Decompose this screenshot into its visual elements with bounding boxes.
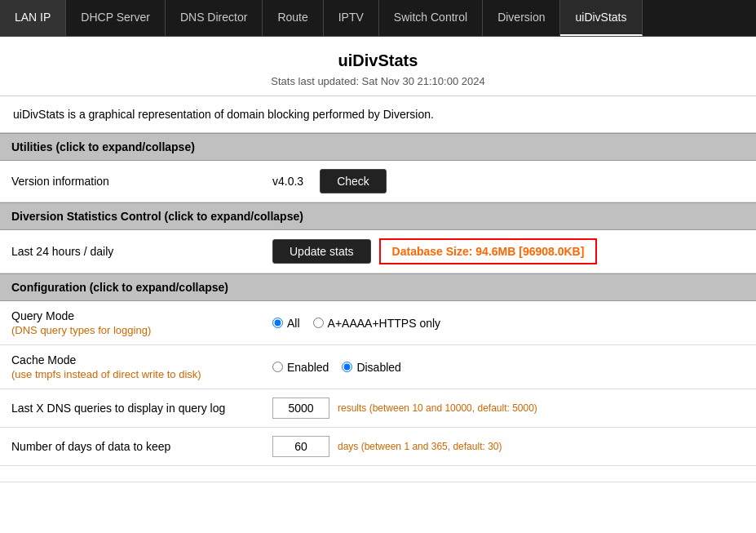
days-to-keep-controls: days (between 1 and 365, default: 30)	[272, 436, 745, 457]
utilities-section-header[interactable]: Utilities (click to expand/collapse)	[0, 133, 756, 161]
statistics-controls: Update stats Database Size: 94.6MB [9690…	[272, 238, 745, 264]
tab-iptv[interactable]: IPTV	[324, 0, 379, 36]
query-mode-all-label: All	[287, 317, 300, 330]
tab-dhcp-server[interactable]: DHCP Server	[66, 0, 166, 36]
cache-mode-label: Cache Mode (use tmpfs instead of direct …	[11, 353, 272, 380]
query-mode-all-radio[interactable]	[272, 318, 283, 328]
stats-updated-text: Stats last updated: Sat Nov 30 21:10:00 …	[16, 75, 740, 87]
cache-mode-disabled-option[interactable]: Disabled	[342, 361, 400, 374]
tab-lan-ip[interactable]: LAN IP	[0, 0, 66, 36]
query-mode-row: Query Mode (DNS query types for logging)…	[0, 301, 756, 345]
database-size-badge: Database Size: 94.6MB [96908.0KB]	[379, 238, 598, 264]
cache-mode-controls: Enabled Disabled	[272, 361, 745, 374]
cache-mode-disabled-label: Disabled	[356, 361, 400, 374]
days-to-keep-input[interactable]	[272, 436, 329, 457]
days-to-keep-hint: days (between 1 and 365, default: 30)	[338, 441, 502, 452]
query-mode-https-radio[interactable]	[313, 318, 324, 328]
version-controls: v4.0.3 Check	[272, 169, 745, 193]
days-to-keep-row: Number of days of data to keep days (bet…	[0, 428, 756, 466]
title-section: uiDivStats Stats last updated: Sat Nov 3…	[0, 37, 756, 96]
tab-dns-director[interactable]: DNS Director	[166, 0, 263, 36]
dns-queries-controls: results (between 10 and 10000, default: …	[272, 398, 745, 419]
description-text: uiDivStats is a graphical representation…	[0, 96, 756, 133]
query-mode-label: Query Mode (DNS query types for logging)	[11, 309, 272, 336]
statistics-row: Last 24 hours / daily Update stats Datab…	[0, 230, 756, 273]
query-mode-all-option[interactable]: All	[272, 317, 300, 330]
partial-bottom-row	[0, 466, 756, 482]
page-title: uiDivStats	[16, 51, 740, 70]
cache-mode-enabled-radio[interactable]	[272, 362, 283, 372]
update-stats-button[interactable]: Update stats	[272, 239, 371, 264]
statistics-section-header[interactable]: Diversion Statistics Control (click to e…	[0, 202, 756, 230]
dns-queries-input[interactable]	[272, 398, 329, 419]
check-button[interactable]: Check	[320, 169, 387, 193]
dns-queries-label: Last X DNS queries to display in query l…	[11, 402, 272, 415]
tab-diversion[interactable]: Diversion	[483, 0, 560, 36]
cache-mode-sublabel: (use tmpfs instead of direct write to di…	[11, 368, 272, 380]
query-mode-https-label: A+AAAA+HTTPS only	[328, 317, 441, 330]
days-to-keep-label: Number of days of data to keep	[11, 440, 272, 453]
main-content: uiDivStats Stats last updated: Sat Nov 3…	[0, 37, 756, 482]
navigation-tabs: LAN IP DHCP Server DNS Director Route IP…	[0, 0, 756, 37]
cache-mode-enabled-option[interactable]: Enabled	[272, 361, 329, 374]
version-label: Version information	[11, 175, 272, 188]
cache-mode-enabled-label: Enabled	[287, 361, 329, 374]
dns-queries-row: Last X DNS queries to display in query l…	[0, 389, 756, 428]
statistics-row-label: Last 24 hours / daily	[11, 245, 272, 258]
dns-queries-hint: results (between 10 and 10000, default: …	[338, 402, 537, 414]
query-mode-sublabel: (DNS query types for logging)	[11, 324, 272, 336]
cache-mode-row: Cache Mode (use tmpfs instead of direct …	[0, 345, 756, 389]
cache-mode-disabled-radio[interactable]	[342, 362, 352, 372]
query-mode-https-option[interactable]: A+AAAA+HTTPS only	[313, 317, 441, 330]
tab-route[interactable]: Route	[263, 0, 323, 36]
version-value: v4.0.3	[272, 175, 303, 188]
tab-uidivstats[interactable]: uiDivStats	[560, 0, 642, 36]
query-mode-controls: All A+AAAA+HTTPS only	[272, 317, 745, 330]
tab-switch-control[interactable]: Switch Control	[379, 0, 483, 36]
configuration-section-header[interactable]: Configuration (click to expand/collapse)	[0, 273, 756, 301]
version-info-row: Version information v4.0.3 Check	[0, 161, 756, 202]
